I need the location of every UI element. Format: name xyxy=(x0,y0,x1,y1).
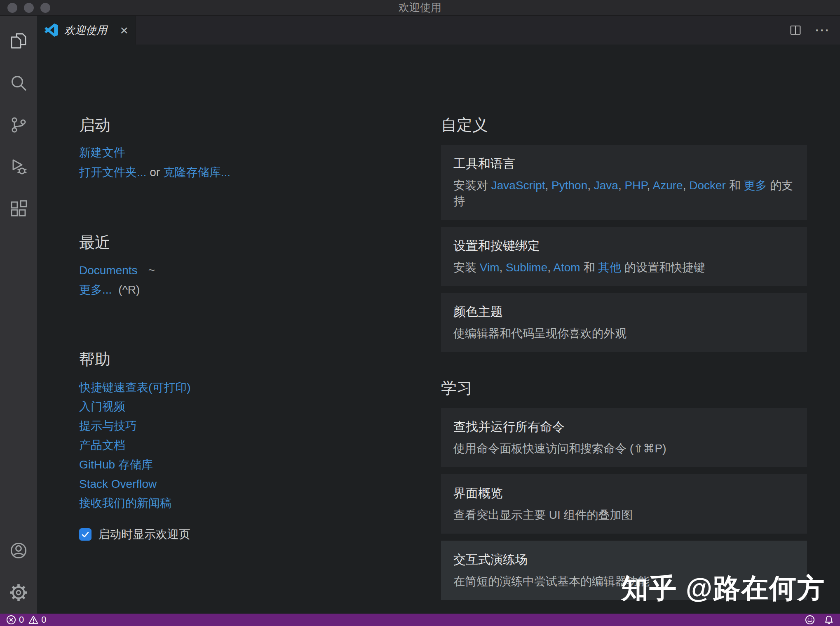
inline-link[interactable]: Azure xyxy=(653,179,683,192)
inline-link[interactable]: 其他 xyxy=(598,261,621,274)
watermark: 知乎 @路在何方 xyxy=(621,570,825,607)
inline-text: , xyxy=(618,179,625,192)
inline-text: , xyxy=(587,179,594,192)
inline-link[interactable]: Java xyxy=(594,179,618,192)
inline-text: 安装 xyxy=(453,261,480,274)
help-link-stack-overflow[interactable]: Stack Overflow xyxy=(79,476,335,492)
activity-explorer[interactable] xyxy=(0,20,37,62)
card-title: 查找并运行所有命令 xyxy=(453,419,795,435)
settings-gear-icon xyxy=(9,583,28,602)
tab-title: 欢迎使用 xyxy=(64,23,107,38)
split-editor-icon[interactable] xyxy=(789,24,802,37)
card-interface-overview[interactable]: 界面概览 查看突出显示主要 UI 组件的叠加图 xyxy=(441,474,807,534)
explorer-icon xyxy=(9,31,28,51)
inline-text: 安装对 xyxy=(453,179,491,192)
show-welcome-label[interactable]: 启动时显示欢迎页 xyxy=(98,527,190,542)
learn-heading: 学习 xyxy=(441,378,807,399)
activity-source-control[interactable] xyxy=(0,104,37,146)
inline-text: , xyxy=(647,179,652,192)
problems-status[interactable]: 0 0 xyxy=(6,614,47,625)
inline-text: 在简短的演练中尝试基本的编辑器功能 xyxy=(453,575,650,588)
minimize-button[interactable] xyxy=(24,3,34,13)
window-title: 欢迎使用 xyxy=(0,0,840,15)
help-link-newsletter[interactable]: 接收我们的新闻稿 xyxy=(79,495,335,511)
start-heading: 启动 xyxy=(79,115,335,136)
inline-link[interactable]: Atom xyxy=(553,261,580,274)
open-folder-link[interactable]: 打开文件夹... xyxy=(79,166,146,179)
card-title: 界面概览 xyxy=(453,485,795,502)
bell-icon[interactable] xyxy=(824,614,834,625)
show-welcome-checkbox[interactable] xyxy=(79,528,92,541)
activity-account[interactable] xyxy=(0,530,37,572)
new-file-link[interactable]: 新建文件 xyxy=(79,146,125,159)
recent-more-link[interactable]: 更多... xyxy=(79,282,112,298)
help-link-github-repo[interactable]: GitHub 存储库 xyxy=(79,457,335,473)
status-bar: 0 0 xyxy=(0,614,840,626)
checkmark-icon xyxy=(81,530,90,539)
tab-welcome[interactable]: 欢迎使用 × xyxy=(37,16,136,45)
card-color-theme[interactable]: 颜色主题 使编辑器和代码呈现你喜欢的外观 xyxy=(441,293,807,352)
activity-settings[interactable] xyxy=(0,572,37,614)
activity-run-debug[interactable] xyxy=(0,146,37,188)
tab-close-icon[interactable]: × xyxy=(120,23,128,37)
account-icon xyxy=(9,541,28,560)
close-button[interactable] xyxy=(7,3,17,13)
recent-more-shortcut: (^R) xyxy=(118,283,140,297)
card-title: 颜色主题 xyxy=(453,304,795,320)
traffic-lights xyxy=(0,3,50,13)
recent-item-link[interactable]: Documents xyxy=(79,264,138,277)
card-description: 安装 Vim, Sublime, Atom 和 其他 的设置和快捷键 xyxy=(453,260,795,275)
inline-link[interactable]: PHP xyxy=(625,179,647,192)
zoom-button[interactable] xyxy=(40,3,50,13)
activity-search[interactable] xyxy=(0,62,37,104)
activity-bar xyxy=(0,16,37,614)
customize-heading: 自定义 xyxy=(441,115,807,136)
card-tools-and-languages[interactable]: 工具和语言 安装对 JavaScript, Python, Java, PHP,… xyxy=(441,145,807,220)
help-link-keyboard-cheatsheet[interactable]: 快捷键速查表(可打印) xyxy=(79,380,335,395)
inline-text: , xyxy=(683,179,690,192)
help-heading: 帮助 xyxy=(79,349,335,370)
show-welcome-preference: 启动时显示欢迎页 xyxy=(79,527,335,542)
card-title: 工具和语言 xyxy=(453,155,795,172)
titlebar: 欢迎使用 xyxy=(0,0,840,16)
inline-link[interactable]: JavaScript xyxy=(491,179,545,192)
or-text: or xyxy=(150,166,160,179)
inline-text: 使用命令面板快速访问和搜索命令 (⇧⌘P) xyxy=(453,442,666,455)
card-description: 使编辑器和代码呈现你喜欢的外观 xyxy=(453,326,795,341)
recent-section: 最近 Documents ~ 更多... (^R) xyxy=(79,232,335,298)
inline-text: 和 xyxy=(580,261,598,274)
inline-text: , xyxy=(545,179,552,192)
vscode-logo-icon xyxy=(45,23,59,37)
card-run-all-commands[interactable]: 查找并运行所有命令 使用命令面板快速访问和搜索命令 (⇧⌘P) xyxy=(441,408,807,467)
help-link-tips-and-tricks[interactable]: 提示与技巧 xyxy=(79,418,335,434)
card-description: 使用命令面板快速访问和搜索命令 (⇧⌘P) xyxy=(453,441,795,457)
card-description: 安装对 JavaScript, Python, Java, PHP, Azure… xyxy=(453,178,795,209)
inline-link[interactable]: Python xyxy=(551,179,587,192)
error-icon xyxy=(6,614,16,625)
inline-text: 和 xyxy=(726,179,744,192)
error-count: 0 xyxy=(19,614,24,625)
tab-bar: 欢迎使用 × ⋯ xyxy=(37,16,840,45)
help-link-product-docs[interactable]: 产品文档 xyxy=(79,438,335,453)
activity-extensions[interactable] xyxy=(0,188,37,230)
inline-text: 的设置和快捷键 xyxy=(621,261,705,274)
inline-text: 使编辑器和代码呈现你喜欢的外观 xyxy=(453,327,626,340)
help-link-intro-videos[interactable]: 入门视频 xyxy=(79,399,335,414)
warning-count: 0 xyxy=(41,614,46,625)
card-title: 设置和按键绑定 xyxy=(453,238,795,254)
inline-link[interactable]: Vim xyxy=(480,261,500,274)
recent-more: 更多... (^R) xyxy=(79,282,335,298)
feedback-icon[interactable] xyxy=(805,614,815,625)
recent-item: Documents ~ xyxy=(79,264,335,277)
start-section: 启动 新建文件 打开文件夹... or 克隆存储库... xyxy=(79,115,335,180)
warnings-status: 0 xyxy=(28,614,46,625)
inline-text: 查看突出显示主要 UI 组件的叠加图 xyxy=(453,508,633,521)
warning-icon xyxy=(28,614,39,625)
inline-link[interactable]: Sublime xyxy=(506,261,547,274)
inline-link[interactable]: 更多 xyxy=(744,179,767,192)
more-actions-icon[interactable]: ⋯ xyxy=(814,21,829,39)
customize-section: 自定义 工具和语言 安装对 JavaScript, Python, Java, … xyxy=(441,115,807,352)
clone-repo-link[interactable]: 克隆存储库... xyxy=(163,166,230,179)
card-settings-and-keybindings[interactable]: 设置和按键绑定 安装 Vim, Sublime, Atom 和 其他 的设置和快… xyxy=(441,227,807,286)
inline-link[interactable]: Docker xyxy=(689,179,726,192)
